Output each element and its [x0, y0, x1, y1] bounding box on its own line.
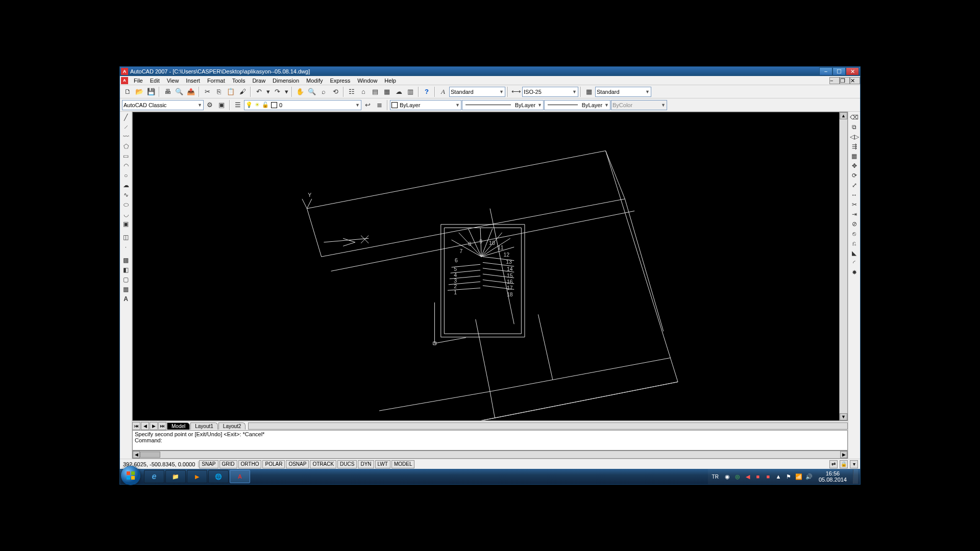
workspace-combo[interactable]: AutoCAD Classic▼ — [122, 100, 204, 110]
break-icon[interactable]: ⎋ — [849, 229, 860, 238]
quickcalc-icon[interactable]: ▥ — [405, 86, 416, 97]
workspace-settings-icon[interactable]: ⚙ — [204, 99, 215, 111]
show-desktop-button[interactable] — [853, 469, 858, 484]
array-icon[interactable]: ▦ — [849, 152, 860, 161]
polyline-icon[interactable]: 〰 — [121, 132, 131, 141]
my-workspace-icon[interactable]: ▣ — [216, 99, 227, 111]
ellipse-arc-icon[interactable]: ◡ — [121, 210, 131, 219]
trim-icon[interactable]: ✂ — [849, 200, 860, 209]
redo-dropdown-icon[interactable]: ▾ — [283, 86, 289, 97]
scale-icon[interactable]: ⤢ — [849, 181, 860, 190]
spline-icon[interactable]: ∿ — [121, 190, 131, 199]
menu-insert[interactable]: Insert — [182, 77, 204, 85]
command-window[interactable]: Specify second point or [Exit/Undo] <Exi… — [132, 430, 848, 450]
copy-icon[interactable]: ⎘ — [213, 86, 225, 97]
menu-dimension[interactable]: Dimension — [269, 77, 303, 85]
new-icon[interactable]: 🗋 — [122, 86, 133, 97]
menu-window[interactable]: Window — [354, 77, 381, 85]
canvas-horizontal-scrollbar[interactable] — [248, 422, 848, 430]
chamfer-icon[interactable]: ◣ — [849, 248, 860, 258]
menu-format[interactable]: Format — [204, 77, 229, 85]
zoom-realtime-icon[interactable]: 🔍 — [306, 86, 317, 97]
tab-model[interactable]: Model — [167, 422, 190, 430]
layer-states-icon[interactable]: ≣ — [374, 99, 385, 111]
menu-modify[interactable]: Modify — [303, 77, 326, 85]
scroll-down-icon[interactable]: ▼ — [840, 413, 847, 420]
language-indicator[interactable]: TR — [710, 474, 721, 480]
publish-icon[interactable]: 📤 — [185, 86, 197, 97]
text-style-combo[interactable]: Standard▼ — [449, 87, 505, 97]
tool-palettes-icon[interactable]: ▤ — [370, 86, 381, 97]
toggle-lwt[interactable]: LWT — [375, 460, 390, 468]
toggle-ortho[interactable]: ORTHO — [238, 460, 262, 468]
lineweight-combo[interactable]: ByLayer▼ — [544, 100, 610, 110]
redo-icon[interactable]: ↷ — [272, 86, 283, 97]
sheet-set-icon[interactable]: ▦ — [381, 86, 393, 97]
ellipse-icon[interactable]: ⬭ — [121, 200, 131, 209]
insert-block-icon[interactable]: ▣ — [121, 219, 131, 229]
cmd-scroll-left-icon[interactable]: ◀ — [133, 451, 140, 458]
menu-file[interactable]: File — [130, 77, 146, 85]
mdi-minimize-button[interactable]: − — [829, 77, 840, 84]
dim-style-icon[interactable]: ⟷ — [510, 86, 522, 97]
join-icon[interactable]: ⎌ — [849, 239, 860, 248]
status-lock-icon[interactable]: 🔒 — [840, 460, 848, 468]
maximize-button[interactable]: ☐ — [832, 67, 846, 76]
drawing-canvas[interactable]: Y — [132, 112, 848, 421]
help-icon[interactable]: ? — [421, 86, 432, 97]
polygon-icon[interactable]: ⬠ — [121, 142, 131, 151]
undo-dropdown-icon[interactable]: ▾ — [265, 86, 271, 97]
dim-style-combo[interactable]: ISO-25▼ — [522, 87, 578, 97]
circle-icon[interactable]: ○ — [121, 171, 131, 180]
document-icon[interactable]: A — [121, 77, 128, 84]
tray-volume-icon[interactable]: 🔊 — [805, 473, 813, 480]
rectangle-icon[interactable]: ▭ — [121, 152, 131, 161]
copy-object-icon[interactable]: ⧉ — [849, 122, 860, 132]
tray-icon-3[interactable]: ◀ — [744, 473, 751, 480]
toggle-ducs[interactable]: DUCS — [337, 460, 357, 468]
toggle-model[interactable]: MODEL — [391, 460, 415, 468]
plot-preview-icon[interactable]: 🔍 — [174, 86, 185, 97]
toggle-otrack[interactable]: OTRACK — [310, 460, 336, 468]
menu-view[interactable]: View — [163, 77, 183, 85]
tab-layout2[interactable]: Layout2 — [218, 422, 246, 430]
tray-icon-6[interactable]: ▲ — [775, 473, 782, 480]
cmd-scroll-right-icon[interactable]: ▶ — [840, 451, 847, 458]
toggle-osnap[interactable]: OSNAP — [286, 460, 309, 468]
tray-icon-2[interactable]: ◎ — [734, 473, 741, 480]
paste-icon[interactable]: 📋 — [225, 86, 236, 97]
canvas-vertical-scrollbar[interactable]: ▲ ▼ — [839, 112, 847, 420]
toggle-dyn[interactable]: DYN — [358, 460, 374, 468]
break-at-point-icon[interactable]: ⊘ — [849, 219, 860, 229]
tray-network-icon[interactable]: 📶 — [795, 473, 802, 480]
offset-icon[interactable]: ⇶ — [849, 142, 860, 151]
revision-cloud-icon[interactable]: ☁ — [121, 181, 131, 190]
color-combo[interactable]: ByLayer▼ — [390, 100, 461, 110]
menu-tools[interactable]: Tools — [229, 77, 249, 85]
tab-layout1[interactable]: Layout1 — [190, 422, 218, 430]
toggle-grid[interactable]: GRID — [219, 460, 237, 468]
table-icon[interactable]: ▦ — [121, 285, 131, 294]
close-button[interactable]: ✕ — [846, 67, 859, 76]
hatch-icon[interactable]: ▩ — [121, 256, 131, 265]
match-properties-icon[interactable]: 🖌 — [237, 86, 248, 97]
design-center-icon[interactable]: ⌂ — [358, 86, 369, 97]
mirror-icon[interactable]: ◁▷ — [849, 132, 860, 141]
text-style-icon[interactable]: A — [437, 86, 449, 97]
pan-icon[interactable]: ✋ — [295, 86, 306, 97]
undo-icon[interactable]: ↶ — [253, 86, 264, 97]
task-autocad[interactable]: A — [230, 470, 250, 483]
toggle-snap[interactable]: SNAP — [199, 460, 218, 468]
make-block-icon[interactable]: ◫ — [121, 233, 131, 242]
menu-edit[interactable]: Edit — [146, 77, 163, 85]
minimize-button[interactable]: − — [819, 67, 832, 76]
construction-line-icon[interactable]: ⟋ — [121, 122, 131, 132]
mdi-close-button[interactable]: ✕ — [850, 77, 860, 84]
mdi-restore-button[interactable]: ❐ — [840, 77, 850, 84]
move-icon[interactable]: ✥ — [849, 161, 860, 170]
properties-icon[interactable]: ☷ — [346, 86, 357, 97]
status-tray-icon[interactable]: ▾ — [850, 460, 858, 468]
zoom-previous-icon[interactable]: ⟲ — [330, 86, 341, 97]
task-explorer[interactable]: 📁 — [165, 470, 186, 483]
cut-icon[interactable]: ✂ — [202, 86, 213, 97]
